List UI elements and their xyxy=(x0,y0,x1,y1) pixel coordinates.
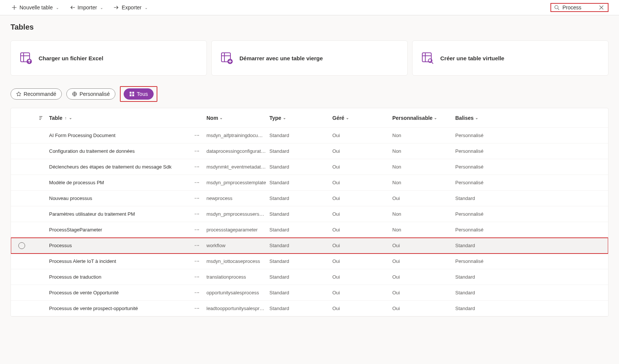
col-managed[interactable]: Géré ⌄ xyxy=(332,115,392,121)
cell-table[interactable]: Déclencheurs des étapes de traitement du… xyxy=(49,164,206,170)
svg-rect-10 xyxy=(130,94,132,96)
cell-table[interactable]: Processus Alerte IoT à incident ⋮ xyxy=(49,258,206,264)
search-box[interactable] xyxy=(550,3,609,12)
table-row[interactable]: Processus de traduction ⋮ translationpro… xyxy=(11,269,608,285)
cell-table[interactable]: Processus de traduction ⋮ xyxy=(49,274,206,280)
cell-managed: Oui xyxy=(332,258,392,264)
cell-name: processstageparameter xyxy=(206,227,269,233)
table-row[interactable]: Nouveau processus ⋮ newprocess Standard … xyxy=(11,191,608,206)
svg-rect-9 xyxy=(132,92,134,94)
cell-name: msdynmkt_eventmetadat… xyxy=(206,164,269,170)
more-icon[interactable]: ⋮ xyxy=(193,164,200,169)
import-icon xyxy=(69,4,75,10)
chevron-down-icon: ⌄ xyxy=(346,116,349,120)
col-name[interactable]: Nom ⌄ xyxy=(206,115,269,121)
more-icon[interactable]: ⋮ xyxy=(193,212,200,216)
table-row[interactable]: Processus de vente prospect-opportunité … xyxy=(11,301,608,316)
globe-icon xyxy=(72,91,77,97)
export-button[interactable]: Exporter ⌄ xyxy=(113,3,148,12)
cell-managed: Oui xyxy=(332,195,392,201)
more-icon[interactable]: ⋮ xyxy=(193,180,200,185)
table-row[interactable]: Processus ⋮ workflow Standard Oui Oui St… xyxy=(11,238,608,254)
table-row[interactable]: AI Form Processing Document ⋮ msdyn_aifp… xyxy=(11,128,608,143)
cell-table[interactable]: Processus ⋮ xyxy=(49,243,206,248)
cell-table[interactable]: Processus de vente Opportunité ⋮ xyxy=(49,290,206,295)
new-table-button[interactable]: Nouvelle table ⌄ xyxy=(10,3,60,12)
table-row[interactable]: Modèle de processus PM ⋮ msdyn_pmprocess… xyxy=(11,175,608,191)
cell-table[interactable]: AI Form Processing Document ⋮ xyxy=(49,133,206,138)
col-label: Table xyxy=(49,115,63,121)
pill-label: Tous xyxy=(137,91,148,97)
cell-tags: Standard xyxy=(455,306,608,311)
cell-customizable: Oui xyxy=(392,258,455,264)
more-icon[interactable]: ⋮ xyxy=(193,227,200,232)
table-row[interactable]: Configuration du traitement de données ⋮… xyxy=(11,143,608,159)
pill-label: Recommandé xyxy=(24,91,56,97)
grid-header: Table ↑ ⌄ Nom ⌄ Type ⌄ Géré ⌄ Personnali… xyxy=(11,108,608,128)
col-customizable[interactable]: Personnalisable ⌄ xyxy=(392,115,455,121)
svg-rect-11 xyxy=(132,94,134,96)
cell-managed: Oui xyxy=(332,306,392,311)
card-upload-excel[interactable]: Charger un fichier Excel xyxy=(10,40,207,76)
col-tags[interactable]: Balises ⌄ xyxy=(455,115,608,121)
more-icon[interactable]: ⋮ xyxy=(193,290,200,295)
close-icon[interactable] xyxy=(599,5,604,10)
cell-tags: Personnalisé xyxy=(455,258,608,264)
toolbar-left: Nouvelle table ⌄ Importer ⌄ Exporter ⌄ xyxy=(10,3,148,12)
more-icon[interactable]: ⋮ xyxy=(193,196,200,201)
table-row[interactable]: Processus Alerte IoT à incident ⋮ msdyn_… xyxy=(11,254,608,269)
cell-table[interactable]: Paramètres utilisateur du traitement PM … xyxy=(49,211,206,217)
cell-managed: Oui xyxy=(332,274,392,280)
card-title: Créer une table virtuelle xyxy=(440,55,504,61)
more-icon[interactable]: ⋮ xyxy=(193,149,200,154)
cell-managed: Oui xyxy=(332,227,392,233)
cell-table[interactable]: Nouveau processus ⋮ xyxy=(49,195,206,201)
card-blank-table[interactable]: Démarrer avec une table vierge xyxy=(211,40,408,76)
cell-customizable: Oui xyxy=(392,243,455,248)
col-type[interactable]: Type ⌄ xyxy=(269,115,332,121)
cell-type: Standard xyxy=(269,290,332,295)
table-row[interactable]: ProcessStageParameter ⋮ processstagepara… xyxy=(11,222,608,238)
card-virtual-table[interactable]: Créer une table virtuelle xyxy=(412,40,609,76)
cell-customizable: Non xyxy=(392,148,455,154)
pill-recommended[interactable]: Recommandé xyxy=(10,88,62,100)
more-icon[interactable]: ⋮ xyxy=(193,259,200,264)
search-input[interactable] xyxy=(562,4,596,10)
chevron-down-icon: ⌄ xyxy=(283,116,286,120)
chevron-down-icon: ⌄ xyxy=(100,6,103,10)
more-icon[interactable]: ⋮ xyxy=(193,274,200,279)
table-row[interactable]: Processus de vente Opportunité ⋮ opportu… xyxy=(11,285,608,301)
chevron-down-icon: ⌄ xyxy=(69,116,72,120)
more-icon[interactable]: ⋮ xyxy=(193,243,200,248)
more-icon[interactable]: ⋮ xyxy=(193,306,200,311)
card-title: Démarrer avec une table vierge xyxy=(239,55,323,61)
more-icon[interactable]: ⋮ xyxy=(193,133,200,138)
virtual-table-icon xyxy=(421,51,434,65)
col-label: Personnalisable xyxy=(392,115,432,121)
table-name: Processus Alerte IoT à incident xyxy=(49,258,116,264)
card-title: Charger un fichier Excel xyxy=(39,55,103,61)
row-select[interactable] xyxy=(11,242,33,249)
cell-table[interactable]: Modèle de processus PM ⋮ xyxy=(49,180,206,185)
table-name: Nouveau processus xyxy=(49,195,92,201)
pill-all[interactable]: Tous xyxy=(124,88,154,100)
cell-table[interactable]: ProcessStageParameter ⋮ xyxy=(49,227,206,233)
sort-icon[interactable] xyxy=(33,115,49,121)
cell-tags: Standard xyxy=(455,195,608,201)
star-icon xyxy=(16,91,21,97)
table-row[interactable]: Déclencheurs des étapes de traitement du… xyxy=(11,159,608,175)
table-name: Processus de vente prospect-opportunité xyxy=(49,306,138,311)
chevron-down-icon: ⌄ xyxy=(56,6,59,10)
table-name: Processus de traduction xyxy=(49,274,101,280)
cell-tags: Personnalisé xyxy=(455,211,608,217)
cell-table[interactable]: Processus de vente prospect-opportunité … xyxy=(49,306,206,311)
cell-table[interactable]: Configuration du traitement de données ⋮ xyxy=(49,148,206,154)
radio-icon[interactable] xyxy=(18,242,25,249)
import-button[interactable]: Importer ⌄ xyxy=(69,3,104,12)
cell-type: Standard xyxy=(269,227,332,233)
col-table[interactable]: Table ↑ ⌄ xyxy=(49,115,206,121)
pill-custom[interactable]: Personnalisé xyxy=(66,88,115,100)
cell-type: Standard xyxy=(269,164,332,170)
search-icon xyxy=(554,5,559,10)
table-row[interactable]: Paramètres utilisateur du traitement PM … xyxy=(11,206,608,222)
